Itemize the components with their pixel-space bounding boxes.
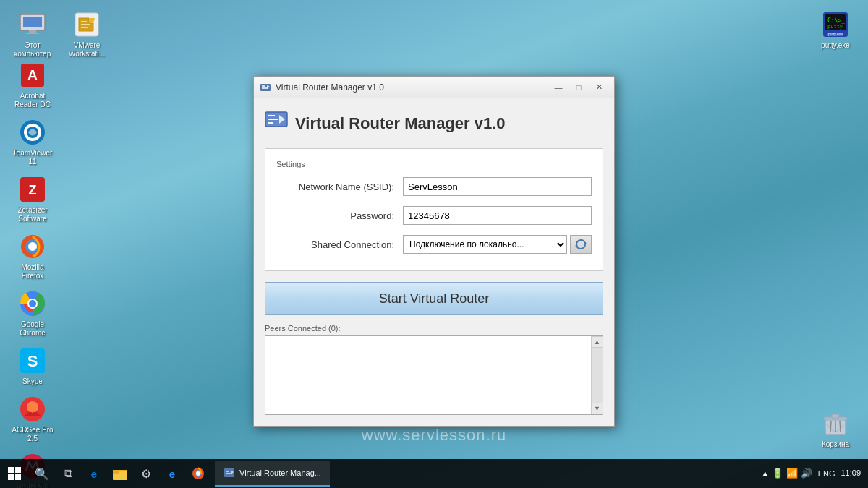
zetasizer-icon: Z: [18, 175, 47, 204]
desktop-icon-acrobat[interactable]: A Acrobat Reader DC: [7, 58, 58, 112]
chrome-icon: [18, 289, 47, 318]
desktop-icon-vmware[interactable]: VMware Workstati...: [61, 7, 112, 61]
svg-rect-9: [81, 27, 88, 28]
desktop: Этот компьютер VMware Workstati...: [0, 0, 868, 488]
svg-rect-56: [113, 470, 127, 471]
taskbar-taskview-button[interactable]: ⧉: [55, 461, 81, 487]
password-row: Password:: [276, 206, 592, 225]
svg-text:S: S: [27, 352, 38, 370]
desktop-icon-vmware-label: VMware Workstati...: [64, 41, 109, 59]
scroll-down-arrow[interactable]: ▼: [592, 403, 603, 414]
svg-point-19: [28, 242, 37, 251]
svg-point-27: [27, 401, 38, 413]
shared-connection-row: Shared Connection: Подключение по локаль…: [276, 235, 592, 254]
desktop-icon-acdsee-label: ACDSee Pro 2.5: [10, 426, 55, 443]
taskbar-volume-icon[interactable]: 🔊: [801, 468, 812, 479]
scroll-up-arrow[interactable]: ▲: [592, 336, 603, 348]
svg-text:putty: putty: [827, 24, 843, 30]
svg-rect-8: [81, 24, 90, 25]
desktop-icon-recycle[interactable]: Корзина: [810, 406, 861, 452]
shared-connection-controls: Подключение по локально...: [403, 235, 592, 254]
svg-text:Z: Z: [29, 183, 37, 197]
window-header-icon: [265, 109, 288, 137]
desktop-icon-teamviewer-label: TeamViewer 11: [10, 149, 55, 166]
desktop-icon-mozilla[interactable]: Mozilla Firefox: [7, 229, 58, 283]
svg-rect-1: [23, 17, 42, 27]
desktop-icon-zetasizer-label: Zetasizer Software: [10, 206, 55, 223]
svg-rect-50: [8, 467, 14, 473]
shared-connection-select[interactable]: Подключение по локально...: [403, 235, 567, 254]
settings-label: Settings: [276, 160, 592, 168]
taskbar-chevron-icon[interactable]: ▲: [762, 469, 769, 477]
taskbar: 🔍 ⧉ e ⚙ e: [0, 459, 868, 488]
desktop-icon-acrobat-label: Acrobat Reader DC: [10, 92, 55, 109]
window-titlebar[interactable]: Virtual Router Manager v1.0 — □ ✕: [254, 77, 614, 98]
desktop-icon-putty-label: putty.exe: [821, 41, 850, 50]
svg-rect-53: [15, 474, 21, 480]
close-button[interactable]: ✕: [590, 80, 608, 95]
network-name-input[interactable]: [403, 177, 592, 196]
computer-icon: [18, 10, 47, 39]
svg-rect-2: [29, 30, 36, 33]
taskbar-right: ▲ 🔋 📶 🔊 ENG 11:09: [762, 468, 868, 479]
desktop-icon-acdsee[interactable]: ACDSee Pro 2.5: [7, 392, 58, 446]
svg-rect-3: [26, 33, 39, 34]
taskbar-start-button[interactable]: [0, 459, 29, 488]
svg-rect-7: [81, 21, 87, 22]
taskbar-firefox-icon[interactable]: [185, 461, 211, 487]
desktop-icon-skype[interactable]: S Skype: [7, 343, 58, 389]
minimize-button[interactable]: —: [549, 80, 568, 95]
recycle-bin-icon: [821, 409, 850, 438]
window-header-title: Virtual Router Manager v1.0: [295, 114, 506, 133]
desktop-icon-recycle-label: Корзина: [822, 440, 849, 449]
start-virtual-router-button[interactable]: Start Virtual Router: [265, 282, 603, 315]
peers-box: ▲ ▼: [265, 335, 603, 415]
peers-section: Peers Connected (0): ▲ ▼: [265, 324, 603, 415]
svg-rect-41: [260, 84, 271, 91]
virtual-router-window: Virtual Router Manager v1.0 — □ ✕: [253, 76, 615, 427]
scroll-track[interactable]: [592, 348, 603, 403]
maximize-button[interactable]: □: [569, 80, 588, 95]
password-input[interactable]: [403, 206, 592, 225]
svg-point-23: [29, 300, 36, 307]
taskbar-time: 11:09: [841, 468, 861, 479]
svg-line-40: [840, 421, 841, 432]
taskbar-lang[interactable]: ENG: [818, 469, 835, 478]
desktop-icon-this-pc-label: Этот компьютер: [10, 41, 55, 59]
network-name-label: Network Name (SSID):: [276, 181, 403, 192]
refresh-button[interactable]: [570, 235, 592, 254]
peers-scrollbar: ▲ ▼: [591, 336, 603, 414]
taskbar-clock[interactable]: 11:09: [841, 468, 861, 479]
desktop-icons-top-row: Этот компьютер VMware Workstati...: [7, 7, 112, 61]
window-controls: — □ ✕: [549, 80, 608, 95]
taskbar-open-program[interactable]: Virtual Router Manag...: [215, 461, 330, 487]
vmware-icon: [72, 10, 101, 39]
acrobat-icon: A: [18, 61, 47, 90]
desktop-icon-chrome[interactable]: Google Chrome: [7, 286, 58, 341]
svg-point-59: [196, 471, 200, 476]
acdsee-icon: [18, 395, 47, 424]
desktop-icon-teamviewer[interactable]: TeamViewer 11: [7, 115, 58, 169]
svg-rect-60: [224, 468, 234, 477]
taskbar-explorer-icon[interactable]: [107, 461, 133, 487]
putty-icon: C:\>_ putty putty.exe: [821, 10, 850, 39]
password-label: Password:: [276, 210, 403, 221]
taskbar-edge-icon[interactable]: e: [81, 461, 107, 487]
taskbar-network-icon[interactable]: 📶: [786, 468, 798, 479]
svg-rect-52: [8, 474, 14, 480]
desktop-icon-putty[interactable]: C:\>_ putty putty.exe putty.exe: [810, 7, 861, 53]
taskbar-settings-icon[interactable]: ⚙: [133, 461, 159, 487]
settings-group: Settings Network Name (SSID): Password: …: [265, 148, 603, 271]
skype-icon: S: [18, 346, 47, 375]
window-header: Virtual Router Manager v1.0: [265, 109, 603, 137]
window-title: Virtual Router Manager v1.0: [276, 82, 549, 93]
desktop-icon-zetasizer[interactable]: Z Zetasizer Software: [7, 172, 58, 226]
svg-text:A: A: [27, 67, 38, 83]
shared-connection-label: Shared Connection:: [276, 239, 403, 250]
taskbar-search-button[interactable]: 🔍: [29, 461, 55, 487]
teamviewer-icon: [18, 118, 47, 147]
peers-label: Peers Connected (0):: [265, 324, 603, 333]
taskbar-ie-icon[interactable]: e: [159, 461, 185, 487]
desktop-icon-this-pc[interactable]: Этот компьютер: [7, 7, 58, 61]
taskbar-system-icons: ▲ 🔋 📶 🔊: [762, 468, 812, 479]
